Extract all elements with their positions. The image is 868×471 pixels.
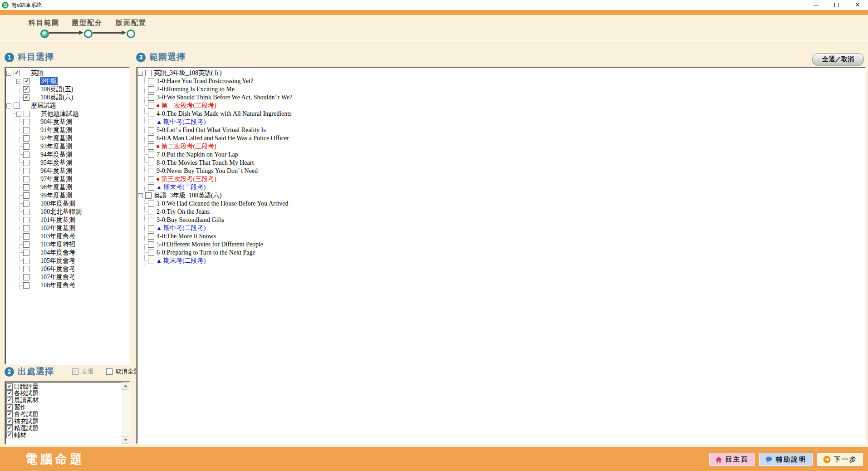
tree-row[interactable]: 94年度基測	[20, 151, 129, 159]
tree-row[interactable]: 105年度會考	[20, 257, 129, 265]
checkbox[interactable]	[148, 250, 154, 256]
checkbox[interactable]: ✓	[6, 432, 13, 438]
tree-item-label[interactable]: 108英語(五)	[39, 85, 74, 93]
tree-row[interactable]: ✓108英語(五)	[20, 85, 129, 93]
tree-item-label[interactable]: 91年度基測	[39, 126, 73, 134]
checkbox[interactable]	[23, 127, 29, 133]
tree-item-label[interactable]: 90年度基測	[39, 118, 73, 126]
tree-item-label[interactable]: 英語	[30, 69, 44, 77]
help-button[interactable]: 輔助說明	[759, 453, 813, 466]
checkbox[interactable]	[148, 111, 154, 117]
next-step-button[interactable]: 下一步	[817, 453, 863, 466]
tree-item-label[interactable]: 9-0:Never Buy Things You Don’ t Need	[156, 167, 259, 175]
checkbox[interactable]: ✓	[23, 86, 29, 93]
tree-row[interactable]: 98年度基測	[20, 183, 129, 191]
checkbox[interactable]	[23, 225, 29, 231]
tree-item-label[interactable]: 98年度基測	[39, 183, 73, 191]
checkbox[interactable]	[23, 258, 29, 264]
checkbox[interactable]	[148, 168, 154, 174]
tree-row[interactable]: 4-0:The More It Snows	[145, 232, 865, 240]
scroll-down-button[interactable]	[122, 436, 129, 444]
checkbox[interactable]	[23, 143, 29, 150]
tree-row[interactable]: 103年度會考	[20, 232, 129, 240]
checkbox[interactable]	[148, 201, 154, 207]
tree-row[interactable]: 107年度會考	[20, 273, 129, 281]
tree-item-label[interactable]: 期末考(二段考)	[162, 183, 206, 191]
tree-item-label[interactable]: 100北北基聯測	[39, 208, 83, 216]
tree-row[interactable]: 3-0:We Should Think Before We Act, Shoul…	[145, 93, 865, 102]
tree-item-label[interactable]: 期中考(二段考)	[162, 118, 206, 126]
tree-item-label[interactable]: 1-0:Have You Tried Postcrossing Yet?	[156, 78, 254, 85]
checkbox[interactable]	[148, 86, 154, 93]
source-item[interactable]: ✓會考試題	[6, 411, 122, 418]
scrollbar[interactable]	[122, 382, 129, 444]
tree-row[interactable]: 4-0:The Dish Was Made with All Natural I…	[145, 110, 865, 118]
checkbox[interactable]	[23, 241, 29, 248]
tree-item-label[interactable]: 6-0:A Man Called and Said He Was a Polic…	[156, 135, 290, 142]
scroll-track[interactable]	[122, 390, 129, 436]
tree-item-label[interactable]: 英語_3年級_108英語(六)	[153, 191, 222, 200]
checkbox[interactable]	[23, 250, 29, 256]
checkbox[interactable]	[145, 192, 152, 199]
tree-row[interactable]: 2-0:Try On the Jeans	[145, 208, 865, 216]
checkbox[interactable]	[23, 274, 29, 280]
tree-item-label[interactable]: 104年度會考	[39, 249, 76, 257]
checkbox[interactable]	[23, 209, 29, 215]
expander-minus-icon[interactable]: −	[6, 71, 11, 76]
close-button[interactable]: ×	[847, 0, 868, 10]
checkbox[interactable]	[148, 94, 154, 101]
checkbox[interactable]: ✓	[6, 383, 13, 390]
tree-row[interactable]: −英語_3年級_108英語(六)	[138, 191, 865, 200]
checkbox[interactable]	[148, 160, 154, 166]
checkbox[interactable]	[148, 119, 154, 125]
tree-row[interactable]: 90年度基測	[20, 118, 129, 126]
scroll-up-button[interactable]	[122, 382, 129, 390]
tree-row[interactable]: 91年度基測	[20, 126, 129, 134]
tree-item-label[interactable]: 第二次段考(三段考)	[160, 142, 217, 151]
checkbox[interactable]: ✓	[6, 411, 13, 417]
tree-item-label[interactable]: 3年級	[40, 77, 58, 85]
checkbox[interactable]	[148, 143, 154, 150]
checkbox[interactable]	[23, 266, 29, 272]
tree-item-label[interactable]: 103年度特招	[39, 240, 76, 249]
tree-item-label[interactable]: 100年度基測	[39, 200, 76, 208]
tree-row[interactable]: 100北北基聯測	[20, 208, 129, 216]
checkbox[interactable]	[148, 127, 154, 133]
checkbox[interactable]	[14, 103, 20, 109]
tree-row[interactable]: 97年度基測	[20, 175, 129, 183]
tree-item-label[interactable]: 102年度基測	[39, 224, 76, 232]
checkbox[interactable]	[23, 135, 29, 142]
expander-minus-icon[interactable]: −	[6, 103, 11, 108]
checkbox[interactable]	[145, 70, 152, 76]
tree-row[interactable]: 92年度基測	[20, 134, 129, 142]
tree-row[interactable]: ▲期中考(二段考)	[145, 118, 865, 126]
tree-row[interactable]: 9-0:Never Buy Things You Don’ t Need	[145, 167, 865, 175]
checkbox[interactable]	[148, 103, 154, 109]
tree-item-label[interactable]: 第一次段考(三段考)	[160, 102, 217, 110]
checkbox[interactable]	[148, 258, 154, 264]
source-item[interactable]: ✓晨讀素材	[6, 397, 122, 404]
tree-row[interactable]: 93年度基測	[20, 142, 129, 151]
tree-row[interactable]: 99年度基測	[20, 191, 129, 200]
tree-item-label[interactable]: 英語_3年級_108英語(五)	[153, 69, 222, 77]
checkbox[interactable]	[23, 201, 29, 207]
checkbox[interactable]	[23, 217, 29, 223]
checkbox[interactable]	[23, 282, 29, 289]
deselect-all-checkbox[interactable]	[106, 368, 113, 375]
checkbox[interactable]	[23, 160, 29, 166]
tree-item-label[interactable]: 108英語(六)	[39, 93, 74, 102]
checkbox[interactable]	[24, 111, 30, 117]
tree-row[interactable]: ●第三次段考(三段考)	[145, 175, 865, 183]
checkbox[interactable]	[148, 233, 154, 240]
checkbox[interactable]	[148, 152, 154, 158]
tree-row[interactable]: −✓英語	[6, 69, 129, 77]
tree-item-label[interactable]: 期末考(二段考)	[162, 257, 206, 265]
tree-row[interactable]: ✓108英語(六)	[20, 93, 129, 102]
tree-item-label[interactable]: 92年度基測	[39, 134, 73, 142]
restore-button[interactable]	[826, 0, 847, 10]
checkbox[interactable]	[23, 119, 29, 125]
checkbox[interactable]	[23, 168, 29, 174]
checkbox[interactable]: ✓	[24, 78, 30, 84]
tree-row[interactable]: 103年度特招	[20, 240, 129, 249]
tree-item-label[interactable]: 1-0:We Had Cleaned the House Before You …	[156, 200, 289, 207]
